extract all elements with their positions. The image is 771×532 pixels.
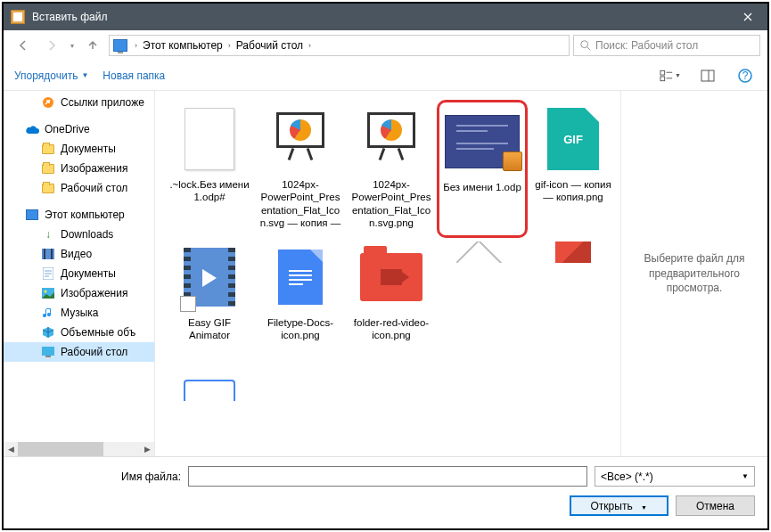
sidebar-item-3d[interactable]: Объемные объ	[4, 323, 154, 342]
file-item-partial[interactable]	[437, 238, 528, 265]
partial-icon	[456, 241, 508, 263]
forward-button[interactable]	[39, 34, 64, 57]
svg-rect-8	[44, 249, 45, 259]
images-icon	[41, 286, 55, 300]
file-item[interactable]: folder-red-video-icon.png	[346, 238, 437, 376]
dialog-window: Вставить файл ▾ › Этот компьютер › Рабоч…	[2, 2, 769, 530]
file-item-partial[interactable]	[528, 238, 619, 265]
file-item-highlighted[interactable]: Без имени 1.odp	[437, 100, 528, 238]
sidebar-item-docs[interactable]: Документы	[4, 264, 154, 283]
scroll-right-icon[interactable]: ▶	[140, 442, 154, 456]
organize-menu[interactable]: Упорядочить▼	[14, 70, 88, 82]
sidebar-item-od-images[interactable]: Изображения	[4, 159, 154, 178]
chevron-right-icon[interactable]: ›	[131, 41, 141, 50]
file-list[interactable]: .~lock.Без имени 1.odp# 1024px-PowerPoin…	[155, 91, 620, 456]
app-icon	[11, 10, 25, 24]
chevron-right-icon[interactable]: ›	[225, 41, 234, 50]
svg-rect-1	[660, 70, 665, 75]
partial-icon	[555, 241, 591, 263]
navigation-tree: Ссылки приложе OneDrive Документы Изобра…	[4, 91, 155, 456]
odp-thumbnail	[445, 115, 520, 168]
sidebar-scrollbar[interactable]: ◀▶	[4, 442, 154, 456]
search-icon	[579, 39, 592, 52]
window-title: Вставить файл	[32, 11, 727, 23]
caret-down-icon: ▼	[81, 71, 88, 79]
cancel-button[interactable]: Отмена	[676, 495, 755, 516]
history-dropdown[interactable]: ▾	[68, 37, 77, 54]
pc-icon	[113, 39, 127, 52]
shortcut-icon	[180, 296, 196, 312]
sidebar-item-od-docs[interactable]: Документы	[4, 139, 154, 159]
toolbar: Упорядочить▼ Новая папка ▼ ?	[4, 61, 767, 91]
scroll-left-icon[interactable]: ◀	[4, 442, 18, 456]
svg-rect-9	[51, 249, 53, 259]
file-item[interactable]: GIFgif-icon — копия — копия.png	[528, 100, 619, 238]
breadcrumb-path[interactable]: › Этот компьютер › Рабочий стол ›	[109, 35, 570, 56]
search-placeholder: Поиск: Рабочий стол	[595, 39, 698, 52]
sidebar-item-od-desktop[interactable]: Рабочий стол	[4, 178, 154, 198]
preview-pane-button[interactable]	[696, 65, 719, 86]
file-item[interactable]: Easy GIF Animator	[164, 238, 255, 376]
documents-icon	[41, 266, 55, 281]
svg-text:?: ?	[742, 70, 749, 82]
filename-input[interactable]	[188, 466, 587, 487]
pane-icon	[701, 70, 715, 82]
pc-icon	[25, 208, 39, 222]
content-area: .~lock.Без имени 1.odp# 1024px-PowerPoin…	[155, 91, 767, 456]
arrow-left-icon	[16, 38, 30, 53]
back-button[interactable]	[11, 34, 36, 57]
file-item[interactable]: 1024px-PowerPoint_Presentation_Flat_Icon…	[346, 100, 437, 238]
close-icon	[743, 12, 752, 21]
svg-rect-13	[42, 347, 54, 356]
gif-icon: GIF	[547, 108, 599, 170]
sidebar-item-this-pc[interactable]: Этот компьютер	[4, 205, 154, 225]
breadcrumb-root[interactable]: Этот компьютер	[141, 39, 225, 52]
music-icon	[41, 306, 55, 320]
sidebar-item-onedrive[interactable]: OneDrive	[4, 119, 154, 139]
svg-point-12	[45, 291, 47, 293]
up-button[interactable]	[80, 34, 105, 57]
file-item[interactable]: .~lock.Без имени 1.odp#	[164, 100, 255, 238]
open-button[interactable]: Открыть ▼	[570, 495, 668, 516]
blank-file-icon	[185, 108, 234, 170]
desktop-icon	[41, 345, 55, 359]
sidebar-item-music[interactable]: Музыка	[4, 303, 154, 323]
presentation-icon	[274, 112, 327, 166]
svg-rect-3	[701, 70, 714, 81]
search-box[interactable]: Поиск: Рабочий стол	[573, 35, 760, 56]
file-item-partial[interactable]	[164, 376, 255, 403]
split-caret-icon: ▼	[641, 504, 647, 511]
filetype-filter[interactable]: <Все> (*.*)▼	[595, 466, 755, 487]
sidebar-item-downloads[interactable]: ↓Downloads	[4, 225, 154, 244]
svg-point-0	[581, 41, 588, 48]
sidebar-item-desktop[interactable]: Рабочий стол	[4, 342, 154, 362]
preview-pane: Выберите файл для предварительного просм…	[620, 91, 767, 456]
sidebar-item-video[interactable]: Видео	[4, 244, 154, 264]
filename-label: Имя файла:	[16, 471, 181, 483]
close-button[interactable]	[727, 4, 767, 30]
address-bar: ▾ › Этот компьютер › Рабочий стол › Поис…	[4, 30, 767, 61]
bottom-panel: Имя файла: <Все> (*.*)▼ Открыть ▼ Отмена	[4, 456, 767, 528]
chevron-right-icon[interactable]: ›	[305, 41, 315, 50]
onedrive-icon	[25, 122, 39, 136]
svg-rect-2	[660, 76, 665, 80]
help-button[interactable]: ?	[734, 65, 757, 86]
arrow-right-icon	[45, 38, 59, 53]
svg-rect-14	[45, 356, 51, 357]
file-item[interactable]: Filetype-Docs-icon.png	[255, 238, 346, 376]
link-icon	[41, 95, 55, 110]
breadcrumb-folder[interactable]: Рабочий стол	[234, 39, 305, 52]
folder-icon	[41, 142, 55, 156]
video-icon	[41, 247, 55, 261]
new-folder-button[interactable]: Новая папка	[103, 70, 165, 82]
view-options-button[interactable]: ▼	[659, 65, 682, 86]
sidebar-item-app-links[interactable]: Ссылки приложе	[4, 93, 154, 112]
view-icon	[660, 70, 673, 82]
folder-red-icon	[360, 253, 422, 301]
help-icon: ?	[738, 69, 752, 83]
sidebar-item-images[interactable]: Изображения	[4, 283, 154, 303]
file-item[interactable]: 1024px-PowerPoint_Presentation_Flat_Icon…	[255, 100, 346, 238]
scrollbar-thumb[interactable]	[18, 442, 103, 456]
partial-icon	[184, 380, 235, 401]
folder-icon	[41, 181, 55, 195]
